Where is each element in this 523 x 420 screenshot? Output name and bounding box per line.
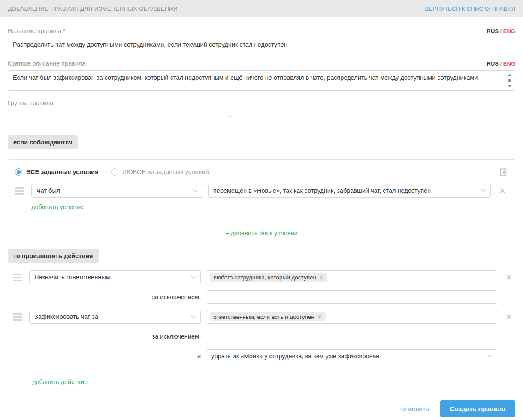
radio-selected-icon[interactable] [15, 168, 22, 176]
condition-field-select[interactable]: Чат был [31, 184, 203, 198]
action-type-value: Зафиксировать чат за [34, 313, 98, 320]
action-main-line: Зафиксировать чат за ответственным, если… [13, 310, 515, 324]
condition-value-select[interactable]: перемещён в «Новые», так как сотрудник, … [208, 184, 491, 198]
description-label-row: Краткое описание правила RUS / ENG [8, 60, 515, 67]
lang-eng-tab[interactable]: ENG [503, 60, 515, 67]
condition-value-text: перемещён в «Новые», так как сотрудник, … [213, 187, 431, 194]
name-label: Название правила * [8, 27, 66, 34]
actions-badge-row: то производить действия [8, 249, 515, 263]
condition-row: Чат был перемещён в «Новые», так как сот… [15, 184, 509, 198]
match-all-label: ВСЕ заданные условия [26, 168, 98, 175]
tag-remove-icon[interactable]: ✕ [317, 314, 322, 320]
tag-label: любого сотрудника, который доступен [213, 274, 316, 281]
action-and-line: и убрать из «Моих» у сотрудника, за кем … [13, 349, 515, 363]
radio-unselected-icon[interactable] [111, 168, 118, 176]
except-input[interactable] [206, 330, 497, 343]
name-lang-toggle: RUS / ENG [487, 28, 516, 34]
drag-handle-icon[interactable] [13, 274, 22, 281]
chevron-down-icon [481, 189, 486, 192]
action-row: Назначить ответственным любого сотрудник… [8, 270, 515, 304]
action-row: Зафиксировать чат за ответственным, если… [8, 310, 515, 363]
remove-action-button[interactable]: ✕ [502, 273, 515, 282]
except-label: за исключением: [13, 333, 201, 340]
action-type-value: Назначить ответственным [34, 274, 110, 281]
page-header: ДОБАВЛЕНИЕ ПРАВИЛА ДЛЯ ИЗМЕНЁННЫХ ОБРАЩЕ… [0, 0, 523, 17]
action-target-multiselect[interactable]: ответственным, если есть и доступен ✕ [206, 310, 497, 324]
conditions-block: ВСЕ заданные условия ЛЮБОЕ из заданных у… [8, 159, 515, 218]
condition-field-value: Чат был [36, 187, 60, 194]
chevron-down-icon [193, 189, 198, 192]
add-condition-block-link[interactable]: + добавить блок условий [225, 230, 298, 237]
match-mode-row: ВСЕ заданные условия ЛЮБОЕ из заданных у… [15, 166, 509, 178]
and-label: и [13, 353, 201, 360]
scroll-thumb[interactable] [508, 79, 511, 82]
except-label: за исключением: [13, 294, 201, 300]
selected-tag: ответственным, если есть и доступен ✕ [210, 312, 326, 321]
textarea-scrollbar[interactable] [508, 74, 512, 87]
description-label: Краткое описание правила [8, 60, 85, 67]
description-lang-toggle: RUS / ENG [487, 60, 516, 67]
drag-handle-icon[interactable] [13, 313, 22, 321]
rule-description-text: Если чат был зафиксирован за сотрудником… [13, 74, 478, 81]
create-rule-button[interactable]: Создать правило [440, 400, 515, 417]
rule-name-input[interactable] [8, 38, 515, 51]
chevron-down-icon [487, 354, 493, 358]
scroll-down-icon[interactable] [508, 85, 512, 87]
chevron-down-icon [191, 276, 196, 279]
rule-group-value: – [13, 113, 16, 120]
group-label: Группа правила [8, 99, 53, 106]
lang-separator: / [500, 28, 502, 34]
chevron-down-icon [191, 315, 196, 318]
match-any-radio[interactable]: ЛЮБОЕ из заданных условий [111, 168, 209, 176]
match-all-radio[interactable]: ВСЕ заданные условия [15, 168, 98, 176]
rule-description-textarea[interactable]: Если чат был зафиксирован за сотрудником… [8, 70, 515, 91]
group-label-row: Группа правила [8, 99, 515, 106]
tag-label: ответственным, если есть и доступен [213, 314, 314, 320]
actions-section-badge: то производить действия [8, 249, 99, 263]
match-any-label: ЛЮБОЕ из заданных условий [122, 168, 209, 175]
action-except-line: за исключением: [13, 330, 515, 343]
add-condition-block-row: + добавить блок условий [8, 229, 515, 237]
lang-separator: / [500, 60, 502, 67]
delete-conditions-block-button[interactable] [498, 166, 509, 178]
action-target-multiselect[interactable]: любого сотрудника, который доступен ✕ [206, 270, 497, 284]
action-and-select[interactable]: убрать из «Моих» у сотрудника, за кем уж… [206, 349, 497, 363]
add-action-link[interactable]: добавить действие [32, 378, 88, 385]
page-title: ДОБАВЛЕНИЕ ПРАВИЛА ДЛЯ ИЗМЕНЁННЫХ ОБРАЩЕ… [8, 6, 178, 12]
action-except-line: за исключением: [13, 290, 515, 304]
footer-actions: отменить Создать правило [8, 400, 515, 417]
cancel-button[interactable]: отменить [401, 405, 429, 412]
except-input[interactable] [206, 290, 497, 304]
action-type-select[interactable]: Зафиксировать чат за [29, 310, 201, 324]
action-type-select[interactable]: Назначить ответственным [29, 270, 201, 284]
selected-tag: любого сотрудника, который доступен ✕ [210, 273, 327, 282]
lang-rus-tab[interactable]: RUS [487, 28, 499, 34]
back-to-rules-link[interactable]: ВЕРНУТЬСЯ К СПИСКУ ПРАВИЛ [425, 6, 515, 12]
drag-handle-icon[interactable] [15, 187, 24, 195]
name-label-row: Название правила * RUS / ENG [8, 27, 515, 34]
tag-remove-icon[interactable]: ✕ [319, 274, 324, 281]
chevron-down-icon [227, 115, 233, 118]
conditions-section-badge: если соблюдаются [8, 135, 78, 149]
rule-group-select[interactable]: – [8, 110, 237, 123]
lang-eng-tab[interactable]: ENG [503, 28, 515, 34]
remove-action-button[interactable]: ✕ [502, 313, 515, 321]
trash-icon [499, 167, 508, 177]
remove-condition-button[interactable]: ✕ [496, 187, 509, 195]
scroll-up-icon[interactable] [508, 74, 512, 76]
add-condition-link[interactable]: добавить условие [31, 204, 83, 210]
form-content: Название правила * RUS / ENG Краткое опи… [0, 17, 523, 420]
required-asterisk: * [63, 27, 66, 34]
action-main-line: Назначить ответственным любого сотрудник… [13, 270, 515, 284]
lang-rus-tab[interactable]: RUS [487, 60, 499, 67]
conditions-badge-row: если соблюдаются [8, 135, 515, 149]
name-label-text: Название правила [8, 27, 61, 34]
action-and-value: убрать из «Моих» у сотрудника, за кем уж… [211, 353, 379, 360]
